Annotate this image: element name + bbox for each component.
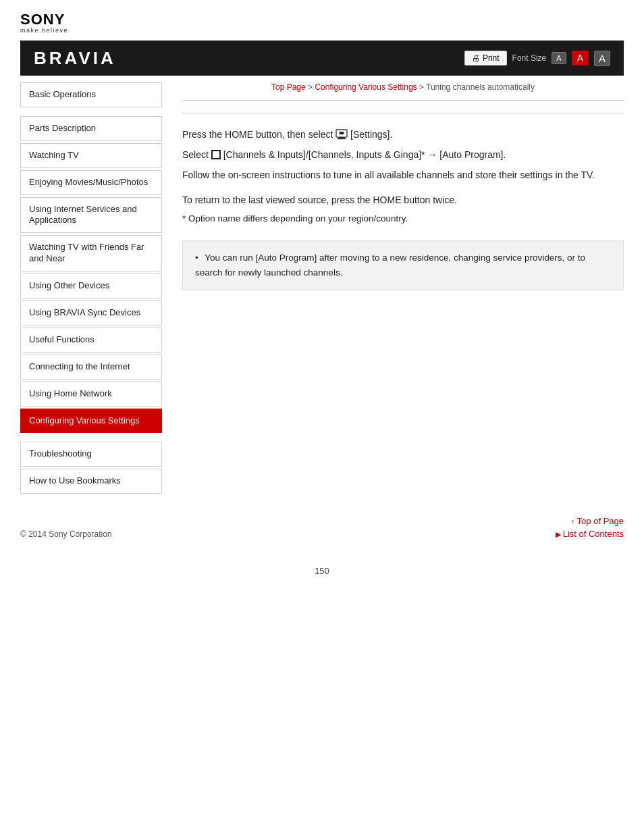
sidebar-item-useful-functions[interactable]: Useful Functions — [20, 328, 162, 353]
step-3: Follow the on-screen instructions to tun… — [182, 167, 624, 184]
sidebar: Basic Operations Parts Description Watch… — [20, 82, 162, 496]
sidebar-item-watching-tv[interactable]: Watching TV — [20, 143, 162, 168]
footer-area: © 2014 Sony Corporation ↑ Top of Page ▶ … — [20, 516, 624, 546]
sidebar-item-how-to-use[interactable]: How to Use Bookmarks — [20, 469, 162, 494]
svg-rect-1 — [338, 137, 345, 138]
sidebar-item-using-home-network[interactable]: Using Home Network — [20, 382, 162, 407]
channel-icon — [211, 150, 221, 159]
sidebar-item-configuring-settings[interactable]: Configuring Various Settings — [20, 409, 162, 434]
print-label: Print — [483, 53, 500, 63]
breadcrumb-top-page[interactable]: Top Page — [271, 82, 306, 92]
logo-area: SONY make.believe — [0, 0, 644, 41]
note-text: You can run [Auto Program] after moving … — [195, 253, 585, 278]
copyright: © 2014 Sony Corporation — [20, 529, 112, 539]
sidebar-item-using-internet[interactable]: Using Internet Services and Applications — [20, 197, 162, 234]
sony-tagline: make.believe — [20, 27, 624, 34]
return-note: To return to the last viewed source, pre… — [182, 192, 624, 209]
font-medium-button[interactable]: A — [572, 51, 589, 66]
page-number: 150 — [0, 566, 644, 590]
sidebar-item-connecting-internet[interactable]: Connecting to the Internet — [20, 355, 162, 380]
breadcrumb-configuring[interactable]: Configuring Various Settings — [315, 82, 417, 92]
sidebar-item-using-other-devices[interactable]: Using Other Devices — [20, 273, 162, 298]
arrow-up-icon: ↑ — [571, 517, 577, 525]
note-bullet: • — [195, 253, 198, 263]
font-large-button[interactable]: A — [594, 51, 610, 66]
print-icon: 🖨 — [472, 53, 480, 63]
sidebar-item-parts-description[interactable]: Parts Description — [20, 116, 162, 141]
bravia-title: BRAVIA — [34, 48, 116, 69]
font-size-label: Font Size — [512, 53, 547, 63]
svg-rect-3 — [340, 132, 344, 134]
sidebar-item-using-bravia-sync[interactable]: Using BRAVIA Sync Devices — [20, 301, 162, 325]
main-layout: Basic Operations Parts Description Watch… — [20, 76, 624, 496]
top-of-page-link[interactable]: ↑ Top of Page — [571, 516, 624, 526]
second-divider — [182, 113, 624, 113]
sidebar-separator-1 — [20, 109, 162, 116]
sidebar-item-enjoying-movies[interactable]: Enjoying Movies/Music/Photos — [20, 170, 162, 195]
header-bar: BRAVIA 🖨 Print Font Size A A A — [20, 41, 624, 76]
content-body: Press the HOME button, then select [Sett… — [182, 120, 624, 296]
sidebar-item-troubleshooting[interactable]: Troubleshooting — [20, 442, 162, 467]
footer-links: ↑ Top of Page ▶ List of Contents — [556, 516, 624, 539]
sidebar-item-basic-operations[interactable]: Basic Operations — [20, 82, 162, 107]
font-small-button[interactable]: A — [552, 52, 566, 64]
content-area: Top Page > Configuring Various Settings … — [176, 82, 624, 496]
breadcrumb-current: Tuning channels automatically — [426, 82, 535, 92]
note-box: • You can run [Auto Program] after movin… — [182, 240, 624, 290]
header-controls: 🖨 Print Font Size A A A — [464, 51, 610, 66]
print-button[interactable]: 🖨 Print — [464, 51, 507, 66]
sony-logo: SONY — [20, 12, 624, 27]
list-of-contents-link[interactable]: ▶ List of Contents — [556, 529, 624, 539]
step-1: Press the HOME button, then select [Sett… — [182, 127, 624, 143]
breadcrumb-sep2: > — [419, 82, 426, 92]
arrow-right-icon: ▶ — [556, 530, 563, 538]
svg-rect-2 — [338, 138, 346, 140]
top-divider — [182, 100, 624, 101]
sidebar-item-watching-tv-friends[interactable]: Watching TV with Friends Far and Near — [20, 235, 162, 271]
settings-icon — [336, 129, 348, 140]
breadcrumb-sep1: > — [308, 82, 315, 92]
breadcrumb: Top Page > Configuring Various Settings … — [182, 82, 624, 92]
step-2: Select [Channels & Inputs]/[Channels, In… — [182, 147, 624, 163]
option-note: * Option name differs depending on your … — [182, 211, 624, 227]
sidebar-separator-2 — [20, 435, 162, 442]
